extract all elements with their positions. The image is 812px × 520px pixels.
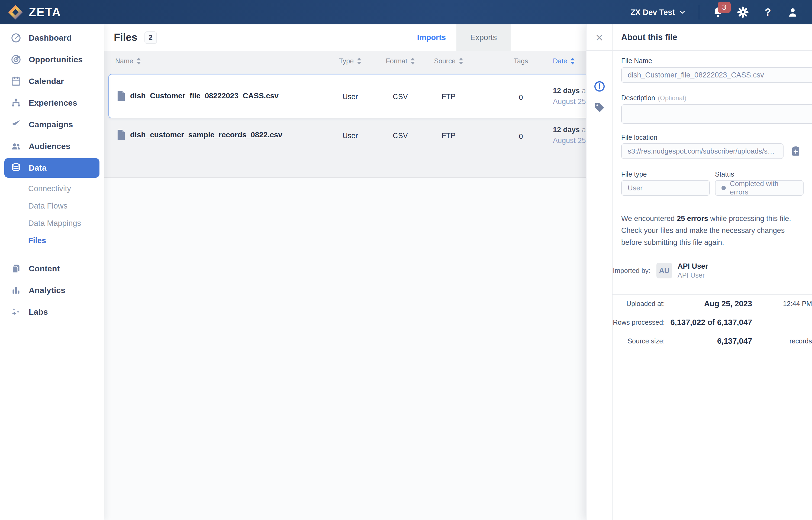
- stat-row-uploaded: Uploaded at: Aug 25, 2023 12:44 PM: [613, 294, 812, 313]
- avatar: AU: [657, 263, 672, 279]
- close-panel-button[interactable]: ✕: [587, 28, 612, 47]
- error-count: 25 errors: [677, 214, 708, 223]
- sidebar-subitem-data-mappings[interactable]: Data Mappings: [0, 214, 104, 232]
- sidebar-item-label: Calendar: [29, 77, 64, 86]
- column-header-format[interactable]: Format: [380, 51, 421, 71]
- brand[interactable]: ZETA: [0, 4, 61, 20]
- sidebar-item-audiences[interactable]: Audiences: [0, 135, 104, 157]
- page-title: Files: [114, 32, 138, 43]
- about-file-panel: About this file ✕ File Name Description(…: [586, 24, 812, 520]
- sidebar-item-campaigns[interactable]: Campaigns: [0, 114, 104, 135]
- file-type-label: File type: [621, 171, 647, 178]
- status-value: Completed with errors: [715, 180, 804, 196]
- calendar-icon: [10, 76, 22, 87]
- bar-chart-icon: [10, 285, 22, 296]
- flow-icon: [10, 97, 22, 109]
- column-header-source[interactable]: Source: [428, 51, 469, 71]
- file-name-input[interactable]: [621, 67, 812, 83]
- description-textarea[interactable]: [621, 104, 812, 124]
- sidebar-item-calendar[interactable]: Calendar: [0, 71, 104, 92]
- sort-icon[interactable]: [357, 58, 361, 64]
- settings-button[interactable]: [737, 6, 749, 19]
- zeta-logo-icon: [7, 4, 23, 20]
- paper-plane-icon: [10, 119, 22, 130]
- tags-tab-button[interactable]: [587, 98, 612, 117]
- sort-icon[interactable]: [137, 58, 141, 64]
- account-button[interactable]: [787, 6, 799, 19]
- tag-icon: [593, 101, 606, 114]
- chevron-down-icon: [679, 8, 686, 16]
- column-header-date[interactable]: Date: [553, 51, 575, 71]
- files-count-badge: 2: [145, 31, 157, 44]
- panel-header: About this file: [587, 24, 812, 51]
- top-navbar: ZETA ZX Dev Test 3: [0, 0, 812, 24]
- sidebar-subitem-connectivity[interactable]: Connectivity: [0, 180, 104, 197]
- sort-icon[interactable]: [459, 58, 463, 64]
- sidebar-item-labs[interactable]: Labs: [0, 301, 104, 323]
- copy-location-button[interactable]: [789, 145, 802, 157]
- divider: [613, 253, 812, 253]
- sidebar-subitem-data-flows[interactable]: Data Flows: [0, 197, 104, 214]
- notification-badge: 3: [718, 2, 731, 13]
- status-text: Completed with errors: [730, 180, 797, 197]
- cell-format: CSV: [382, 132, 419, 140]
- status-label: Status: [715, 171, 734, 178]
- sidebar-item-experiences[interactable]: Experiences: [0, 92, 104, 114]
- sidebar-item-opportunities[interactable]: Opportunities: [0, 49, 104, 71]
- file-icon: [117, 130, 125, 140]
- data-subnav: Connectivity Data Flows Data Mappings Fi…: [0, 180, 104, 249]
- imported-by-label: Imported by:: [613, 267, 650, 275]
- info-tab-button[interactable]: [587, 77, 612, 96]
- database-icon: [10, 162, 22, 174]
- column-header-name[interactable]: Name: [115, 51, 141, 71]
- importer-subtitle: API User: [678, 271, 708, 280]
- target-icon: [10, 54, 22, 65]
- person-icon: [787, 6, 799, 18]
- tab-exports[interactable]: Exports: [457, 24, 511, 51]
- notifications-button[interactable]: 3: [712, 6, 724, 19]
- dashboard-icon: [10, 32, 22, 44]
- sidebar-item-label: Opportunities: [29, 55, 83, 64]
- clipboard-plus-icon: [790, 146, 802, 157]
- info-icon: [594, 80, 606, 93]
- file-type-value[interactable]: User: [621, 180, 710, 196]
- file-location-label: File location: [621, 133, 657, 141]
- sidebar-item-analytics[interactable]: Analytics: [0, 280, 104, 301]
- cell-format: CSV: [382, 93, 419, 101]
- file-name: dish_customer_sample_records_0822.csv: [130, 131, 282, 139]
- brand-name: ZETA: [29, 5, 61, 19]
- column-header-tags[interactable]: Tags: [502, 51, 540, 71]
- sort-icon[interactable]: [411, 58, 415, 64]
- tab-imports[interactable]: Imports: [407, 24, 457, 51]
- sidebar: Dashboard Opportunities Calendar Experie…: [0, 24, 104, 520]
- sidebar-item-label: Campaigns: [29, 120, 73, 129]
- panel-body: File Name Description(Optional) File loc…: [613, 51, 812, 520]
- stat-row-source-size: Source size: 6,137,047 records: [613, 332, 812, 350]
- column-header-type[interactable]: Type: [331, 51, 369, 71]
- importer-name: API User: [678, 262, 708, 271]
- cell-type: User: [331, 132, 369, 140]
- close-icon: ✕: [595, 32, 603, 44]
- sidebar-item-label: Audiences: [29, 141, 71, 151]
- sidebar-item-dashboard[interactable]: Dashboard: [0, 27, 104, 49]
- error-message: We encountered 25 errors while processin…: [621, 213, 803, 249]
- status-dot-icon: [721, 186, 726, 190]
- pages-icon: [10, 263, 22, 275]
- app-screen: ZETA ZX Dev Test 3: [0, 0, 812, 520]
- users-icon: [10, 140, 22, 152]
- cell-tags: 0: [502, 132, 540, 141]
- sparkles-icon: [10, 306, 22, 318]
- sidebar-subitem-files[interactable]: Files: [0, 232, 104, 249]
- divider: [613, 351, 812, 351]
- workspace-switcher[interactable]: ZX Dev Test: [631, 8, 686, 17]
- help-button[interactable]: ?: [762, 6, 774, 19]
- sort-icon[interactable]: [570, 58, 575, 64]
- help-icon: ?: [765, 6, 771, 18]
- workspace-name: ZX Dev Test: [631, 8, 675, 17]
- description-optional-hint: (Optional): [658, 94, 686, 102]
- sidebar-item-label: Labs: [29, 307, 48, 317]
- sidebar-item-content[interactable]: Content: [0, 258, 104, 280]
- sidebar-item-data[interactable]: Data: [4, 158, 99, 178]
- sidebar-item-label: Content: [29, 264, 60, 273]
- file-location-input[interactable]: s3://res.nudgespot.com/subscriber/upload…: [621, 143, 784, 159]
